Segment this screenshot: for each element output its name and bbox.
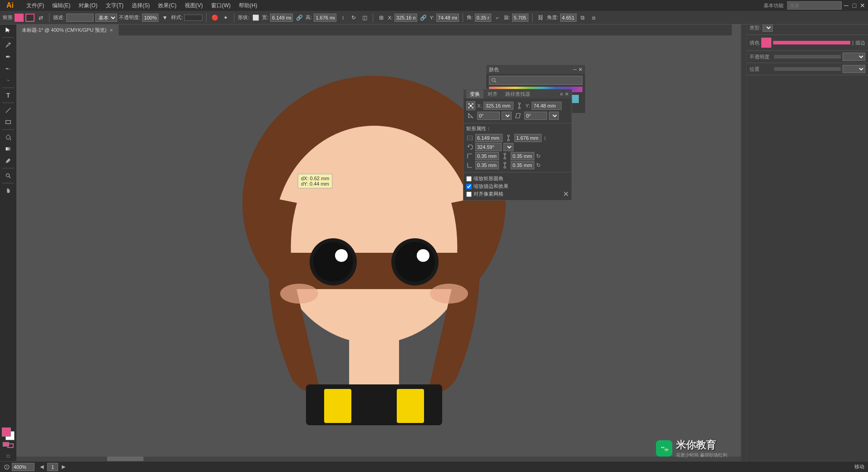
- menu-view[interactable]: 视图(V): [181, 1, 207, 10]
- corner2-type-icon[interactable]: ↻: [536, 162, 541, 168]
- corner-tl-input[interactable]: [475, 152, 499, 160]
- status-page-next[interactable]: ▶: [60, 464, 67, 470]
- rect-height-input[interactable]: [514, 134, 542, 142]
- transform-link-icon[interactable]: [515, 102, 523, 110]
- transform-menu-icon[interactable]: ≡: [560, 91, 563, 97]
- check-scale-stroke[interactable]: [466, 184, 472, 189]
- transform-x-input[interactable]: [483, 102, 513, 110]
- rect-height-expand-icon[interactable]: ↕: [543, 135, 546, 141]
- color-panel-close[interactable]: ✕: [578, 67, 582, 73]
- gradient-tool[interactable]: [1, 143, 15, 154]
- search-input[interactable]: [787, 1, 842, 10]
- stroke-swatch[interactable]: [25, 14, 35, 22]
- transform-panel-close-btn[interactable]: ✕: [563, 190, 569, 198]
- transform-shear-input[interactable]: [524, 112, 547, 120]
- corner-link2-icon[interactable]: [501, 161, 509, 169]
- line-tool[interactable]: [1, 105, 15, 116]
- corner-input[interactable]: [475, 14, 491, 22]
- effects-icon[interactable]: ✦: [221, 13, 230, 22]
- corner-link-icon[interactable]: [501, 152, 509, 160]
- link-icon2[interactable]: 🔗: [419, 13, 428, 22]
- add-anchor-tool[interactable]: ✒: [1, 51, 15, 62]
- transform-anchor-icon[interactable]: [466, 101, 475, 110]
- transform-angle-dropdown[interactable]: [502, 112, 512, 120]
- fill-slider[interactable]: [773, 41, 850, 44]
- corner-type-icon[interactable]: ⌐: [493, 13, 502, 22]
- check-align-pixel[interactable]: [466, 192, 472, 197]
- canvas-hscroll[interactable]: [16, 457, 742, 461]
- menu-select[interactable]: 选择(S): [128, 1, 153, 10]
- style-swatch[interactable]: [184, 15, 202, 21]
- tab-close-button[interactable]: ✕: [109, 28, 113, 33]
- corner-bl-input[interactable]: [475, 161, 499, 169]
- height-input[interactable]: [314, 14, 336, 22]
- transform-close-icon[interactable]: ✕: [565, 91, 569, 97]
- rect-width-input[interactable]: [475, 134, 503, 142]
- position-mode-dropdown[interactable]: [843, 65, 865, 73]
- pen-tool[interactable]: [1, 39, 15, 50]
- direct-select-tool[interactable]: [1, 25, 15, 35]
- width-input[interactable]: [270, 14, 293, 22]
- transform-shear-dropdown[interactable]: [549, 112, 559, 120]
- page-input[interactable]: [47, 463, 58, 471]
- y-input[interactable]: [436, 14, 459, 22]
- menu-help[interactable]: 帮助(H): [235, 1, 261, 10]
- menu-window[interactable]: 窗口(W): [207, 1, 234, 10]
- move-input[interactable]: [66, 14, 94, 22]
- height-icon[interactable]: ↕: [338, 13, 347, 22]
- color-search-input[interactable]: [498, 78, 580, 83]
- shear-icon[interactable]: ◫: [360, 13, 369, 22]
- close-button[interactable]: ✕: [859, 2, 866, 9]
- menu-edit[interactable]: 编辑(E): [49, 1, 74, 10]
- check-scale-corners[interactable]: [466, 176, 472, 182]
- tab-pathfinder[interactable]: 路径查找器: [502, 90, 534, 98]
- maximize-button[interactable]: □: [851, 2, 858, 9]
- document-tab[interactable]: 未标题-1* @ 400% (CMYK/GPU 预览) ✕: [16, 25, 119, 35]
- menu-text[interactable]: 文字(T): [102, 1, 127, 10]
- zoom-input[interactable]: [12, 463, 35, 471]
- rotate-icon[interactable]: ↻: [349, 13, 358, 22]
- corner-type-icon[interactable]: ↻: [536, 153, 541, 159]
- status-page-prev[interactable]: ◀: [38, 464, 45, 470]
- opacity-mode-dropdown[interactable]: [843, 53, 865, 61]
- color-panel-expand[interactable]: ─: [573, 67, 577, 73]
- tab-transform[interactable]: 变换: [466, 90, 484, 98]
- opacity-slider[interactable]: [774, 55, 841, 59]
- transform-y-input[interactable]: [532, 102, 562, 110]
- screen-mode-btn[interactable]: □: [1, 450, 15, 461]
- align-icon[interactable]: ⊞: [377, 13, 386, 22]
- fill-color-swatch[interactable]: [761, 38, 771, 48]
- corner-tr-input[interactable]: [511, 152, 534, 160]
- minimize-button[interactable]: ─: [843, 2, 850, 9]
- transform-panel-header[interactable]: 变换 对齐 路径查找器 ≡ ✕: [464, 89, 572, 98]
- zoom-tool[interactable]: [1, 170, 15, 181]
- arrange2-icon[interactable]: ⧈: [589, 13, 598, 22]
- link-icon3[interactable]: ⛓: [536, 13, 545, 22]
- hand-tool[interactable]: [1, 185, 15, 196]
- arrange-icon[interactable]: ⧉: [578, 13, 587, 22]
- angle-input[interactable]: [560, 14, 577, 22]
- tab-align[interactable]: 对齐: [484, 90, 502, 98]
- transform-angle-input[interactable]: [477, 112, 500, 120]
- opacity-input[interactable]: [142, 14, 158, 22]
- rect-tool[interactable]: [1, 117, 15, 128]
- rect-link-icon[interactable]: [504, 134, 513, 142]
- eyedropper-tool[interactable]: [1, 155, 15, 166]
- delete-anchor-tool[interactable]: ✒-: [1, 63, 15, 74]
- type-tool[interactable]: T: [1, 90, 15, 101]
- hscroll-thumb[interactable]: [107, 457, 143, 461]
- x-input[interactable]: [395, 14, 417, 22]
- rect-rotation-input[interactable]: [475, 143, 502, 151]
- menu-file[interactable]: 文件(F): [23, 1, 48, 10]
- menu-effect[interactable]: 效果(C): [154, 1, 180, 10]
- menu-object[interactable]: 对象(O): [75, 1, 101, 10]
- base-dropdown[interactable]: 基本: [95, 14, 117, 22]
- shape-icon[interactable]: ⬜: [251, 13, 260, 22]
- corner-br-input[interactable]: [511, 161, 534, 169]
- fg-color-swatch[interactable]: [2, 428, 11, 437]
- stroke-indicator[interactable]: [7, 443, 14, 448]
- rect-rotation-dropdown[interactable]: [503, 143, 513, 151]
- position-slider[interactable]: [774, 67, 841, 71]
- props-type-dropdown[interactable]: [763, 24, 773, 32]
- rotation-input[interactable]: [512, 14, 528, 22]
